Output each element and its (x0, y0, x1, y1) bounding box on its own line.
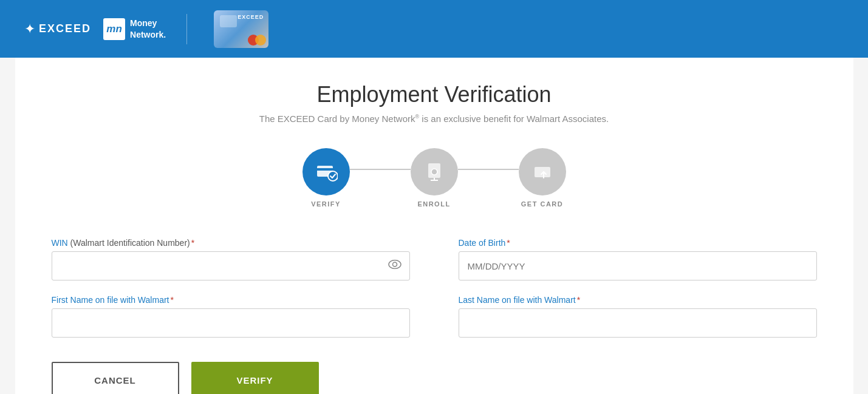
cancel-button[interactable]: CANCEL (52, 362, 179, 394)
get-card-icon (531, 161, 553, 183)
last-name-input[interactable] (459, 308, 817, 338)
dob-field-group: Date of Birth* (459, 238, 817, 280)
money-network-line1: Money (130, 18, 166, 29)
mastercard-orange-dot (255, 35, 266, 46)
mn-text: Money Network. (130, 18, 166, 39)
enroll-icon (423, 161, 445, 183)
eye-icon[interactable] (388, 260, 402, 273)
svg-point-9 (389, 260, 401, 269)
step-connector-1 (350, 169, 411, 170)
step-enroll-label: ENROLL (417, 200, 450, 208)
dob-input-wrapper (459, 251, 817, 280)
steps-container: VERIFY ENROLL (52, 148, 817, 208)
step-verify-label: VERIFY (311, 200, 341, 208)
page-subtitle: The EXCEED Card by Money Network® is an … (52, 114, 817, 124)
svg-point-10 (392, 262, 397, 267)
step-get-card-label: GET CARD (521, 200, 563, 208)
win-input-wrapper (52, 251, 410, 280)
verify-button[interactable]: VERIFY (191, 362, 319, 394)
verify-icon (315, 160, 338, 183)
svg-rect-7 (535, 167, 550, 177)
svg-rect-1 (317, 168, 333, 171)
first-name-input-wrapper (52, 308, 410, 338)
win-input[interactable] (52, 251, 410, 280)
money-network-line2: Network. (130, 29, 166, 40)
last-name-field-group: Last Name on file with Walmart* (459, 295, 817, 338)
header-divider (186, 14, 187, 44)
step-enroll: ENROLL (411, 148, 458, 208)
step-get-card-circle (519, 148, 566, 195)
first-name-field-group: First Name on file with Walmart* (52, 295, 410, 338)
mastercard-dots (248, 35, 266, 46)
step-enroll-circle (411, 148, 458, 195)
main-content: Employment Verification The EXCEED Card … (15, 58, 853, 394)
svg-point-4 (431, 169, 437, 175)
first-name-input[interactable] (52, 308, 410, 338)
svg-point-2 (328, 171, 338, 181)
exceed-star-icon: ✦ (24, 21, 35, 37)
mn-initials: mn (106, 23, 122, 35)
buttons-row: CANCEL VERIFY (52, 362, 817, 394)
form: WIN (Walmart Identification Number)* Dat… (52, 238, 817, 338)
subtitle-rest: is an exclusive benefit for Walmart Asso… (419, 114, 609, 124)
header: ✦ EXCEED mn Money Network. EXCEED (0, 0, 868, 58)
subtitle-text: The EXCEED Card by Money Network (259, 114, 415, 124)
win-field-group: WIN (Walmart Identification Number)* (52, 238, 410, 280)
last-name-input-wrapper (459, 308, 817, 338)
exceed-text: EXCEED (39, 22, 91, 35)
card-chip (220, 15, 237, 27)
money-network-logo: mn Money Network. (103, 18, 166, 39)
dob-label: Date of Birth* (459, 238, 817, 248)
mn-box: mn (103, 18, 125, 40)
win-label: WIN (Walmart Identification Number)* (52, 238, 410, 248)
step-connector-2 (458, 169, 519, 170)
step-get-card: GET CARD (519, 148, 566, 208)
card-image: EXCEED (214, 10, 268, 48)
last-name-label: Last Name on file with Walmart* (459, 295, 817, 305)
card-exceed-label: EXCEED (238, 14, 264, 20)
page-title: Employment Verification (52, 82, 817, 107)
exceed-logo: ✦ EXCEED (24, 21, 91, 37)
step-verify-circle (302, 148, 350, 195)
first-name-label: First Name on file with Walmart* (52, 295, 410, 305)
dob-input[interactable] (459, 251, 817, 280)
step-verify: VERIFY (302, 148, 350, 208)
